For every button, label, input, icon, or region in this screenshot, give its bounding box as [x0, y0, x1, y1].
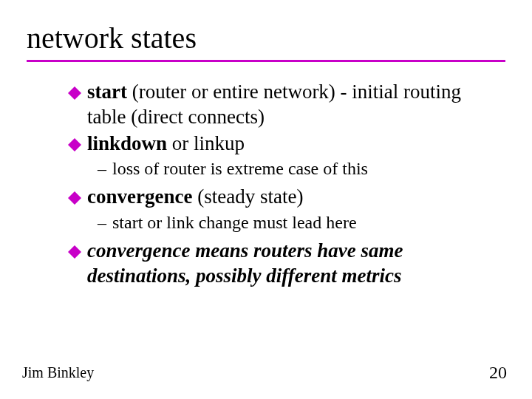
bullet-item: convergence means routers have same dest…	[68, 239, 485, 289]
title-underline	[27, 60, 505, 62]
slide: network states start (router or entire n…	[0, 0, 532, 289]
sub-bullet-text: start or link change must lead here	[112, 211, 485, 234]
bullet-rest: (router or entire network) - initial rou…	[87, 81, 461, 128]
bullet-strong: start	[87, 81, 127, 103]
svg-marker-3	[68, 245, 81, 259]
bullet-text: linkdown or linkup	[87, 132, 485, 157]
bullet-item: start (router or entire network) - initi…	[68, 80, 485, 130]
bullet-strong: convergence	[87, 185, 192, 208]
diamond-bullet-icon	[68, 138, 81, 151]
slide-body: start (router or entire network) - initi…	[27, 80, 505, 289]
diamond-bullet-icon	[68, 86, 81, 100]
bullet-item: convergence (steady state)	[68, 185, 485, 210]
footer-author: Jim Binkley	[22, 364, 94, 381]
bullet-text: convergence means routers have same dest…	[87, 239, 485, 289]
bullet-text: start (router or entire network) - initi…	[87, 80, 485, 130]
svg-marker-1	[68, 138, 81, 151]
bullet-rest: or linkup	[167, 132, 245, 154]
sub-bullet-item: – loss of router is extreme case of this	[68, 157, 485, 180]
bullet-text: convergence (steady state)	[87, 185, 485, 210]
sub-bullet-text: loss of router is extreme case of this	[112, 157, 485, 180]
dash-bullet-icon: –	[98, 211, 106, 234]
slide-title: network states	[27, 21, 505, 55]
bullet-item: linkdown or linkup	[68, 132, 485, 157]
dash-bullet-icon: –	[98, 157, 106, 180]
footer-page-number: 20	[489, 363, 507, 383]
svg-marker-0	[68, 86, 81, 100]
svg-marker-2	[68, 191, 81, 205]
bullet-strong: linkdown	[87, 132, 167, 154]
bullet-strong: convergence	[87, 239, 190, 262]
diamond-bullet-icon	[68, 245, 81, 259]
diamond-bullet-icon	[68, 191, 81, 205]
bullet-rest: (steady state)	[192, 185, 303, 208]
sub-bullet-item: – start or link change must lead here	[68, 211, 485, 234]
